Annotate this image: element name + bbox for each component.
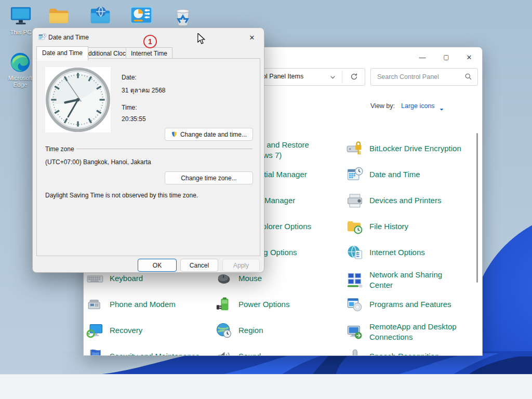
control-panel-item-label: Recovery [110,325,216,336]
control-panel-item[interactable]: Date and Time [346,166,467,183]
power-icon [215,296,233,313]
control-panel-item-label: Internet Options [369,247,467,258]
network-folder-icon [84,4,117,28]
time-label: Time: [122,104,137,111]
this-pc-icon [4,4,37,28]
refresh-icon[interactable] [350,72,358,83]
dialog-close-button[interactable]: ✕ [244,31,260,44]
timezone-value: (UTC+07:00) Bangkok, Hanoi, Jakarta [45,158,151,166]
uac-shield-icon [171,131,178,138]
desktop-icon-edge[interactable]: Microsoft Edge [5,51,35,88]
printer-icon [346,192,364,209]
date-time-dialog: Date and Time ✕ Date and Time Additional… [32,28,264,273]
control-panel-item[interactable]: BitLocker Drive Encryption [346,140,467,157]
control-panel-item-label: Network and Sharing Center [369,270,467,290]
control-panel-item-label: Speech Recognition [369,351,467,356]
control-panel-item[interactable]: RemoteApp and Desktop Connections [346,322,467,342]
analog-clock [45,67,111,132]
control-panel-item[interactable]: Power Options [215,296,345,313]
desktop-icon-recycle-bin[interactable] [166,4,200,28]
control-panel-item[interactable]: Internet Options [346,244,467,261]
recovery-icon [86,322,104,339]
group-divider [76,149,252,149]
desktop: This PC Microsoft Edge — ▢ ✕ All Control… [0,0,532,399]
control-panel-item-label: Programs and Features [369,299,467,310]
date-label: Date: [122,74,137,81]
address-divider [342,71,342,83]
remoteapp-icon [346,323,364,341]
folder-icon [43,4,76,28]
taskbar: Search ^ ENG 20:35 31/10/2568 [0,374,532,399]
apply-button[interactable]: Apply [222,259,260,272]
control-panel-item-label: Devices and Printers [369,195,467,206]
control-panel-icon [125,4,158,28]
search-input[interactable] [376,71,461,83]
region-icon [215,322,233,339]
inetopts-icon [346,244,364,261]
time-value: 20:35:55 [122,115,146,123]
speech-icon [346,348,364,356]
programs-icon [346,296,364,313]
timezone-group-label: Time zone [45,145,74,153]
control-panel-item[interactable]: Programs and Features [346,296,467,313]
desktop-icon-network-folder[interactable] [84,4,117,28]
control-panel-item-label: File History [369,221,467,232]
dialog-datetime-icon [38,33,47,44]
control-panel-item-label: Keyboard [110,273,216,284]
desktop-icon-folder[interactable] [43,4,76,28]
control-panel-item[interactable]: Region [215,322,345,339]
scrollbar-thumb[interactable] [476,133,478,283]
control-panel-item-label: Date and Time [369,169,467,180]
control-panel-item-label: Phone and Modem [110,299,216,310]
dialog-title: Date and Time [48,34,89,41]
phone-icon [86,296,104,313]
security-icon [86,348,104,356]
control-panel-item-label: Sound [238,351,345,356]
dst-note: Daylight Saving Time is not observed by … [45,192,198,199]
control-panel-item[interactable]: Phone and Modem [86,296,216,313]
control-panel-item[interactable]: Sound [215,348,345,356]
ok-button[interactable]: OK [138,259,177,272]
edge-icon [5,51,35,74]
control-panel-search[interactable] [370,68,478,86]
control-panel-item[interactable]: Speech Recognition [346,348,467,356]
desktop-icon-control-panel[interactable] [125,4,158,28]
control-panel-item[interactable]: Devices and Printers [346,192,467,209]
view-by-label: View by: [370,102,395,110]
datetime-icon [346,166,364,183]
chevron-down-icon[interactable] [329,73,336,83]
change-timezone-button[interactable]: Change time zone... [165,171,253,184]
change-date-time-button[interactable]: Change date and time... [165,128,253,141]
control-panel-item-label: Mouse [238,273,345,284]
control-panel-item-label: Power Options [238,299,345,310]
control-panel-item-label: BitLocker Drive Encryption [369,143,467,154]
recycle-bin-icon [166,4,200,28]
mouse-cursor [197,33,205,47]
bitlocker-icon [346,140,364,157]
date-value: 31 ตุลาคม 2568 [122,85,166,95]
dialog-tab-page: Date: 31 ตุลาคม 2568 Time: 20:35:55 Chan… [36,58,260,256]
sound-icon [215,348,233,356]
close-button[interactable]: ✕ [460,50,478,64]
view-by-caret-icon[interactable] [439,105,444,114]
annotation-step-1: 1 [143,35,157,48]
control-panel-item-label: RemoteApp and Desktop Connections [369,322,467,342]
view-by-value[interactable]: Large icons [401,102,435,110]
control-panel-item[interactable]: File History [346,218,467,235]
minimize-button[interactable]: — [414,50,431,64]
maximize-button[interactable]: ▢ [437,50,455,64]
filehistory-icon [346,218,364,235]
search-icon[interactable] [464,73,472,83]
control-panel-item[interactable]: Security and Maintenance [86,348,216,356]
control-panel-item[interactable]: Recovery [86,322,216,339]
control-panel-item-label: Region [238,325,345,336]
desktop-icon-label: Microsoft Edge [5,75,35,88]
network-icon [346,271,364,289]
cancel-button[interactable]: Cancel [180,259,218,272]
control-panel-item[interactable]: Network and Sharing Center [346,270,467,290]
tab-date-and-time[interactable]: Date and Time [36,46,88,61]
control-panel-item-label: Security and Maintenance [110,351,216,356]
